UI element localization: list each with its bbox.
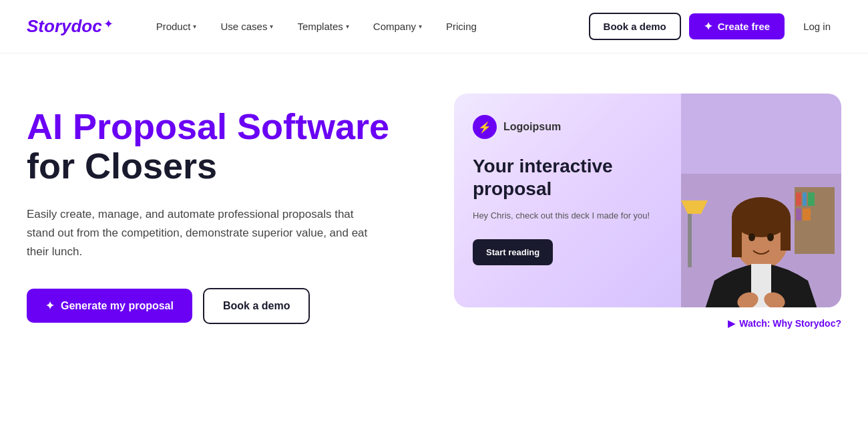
watch-label: Watch: Why Storydoc? <box>739 318 841 329</box>
create-free-button[interactable]: ✦ Create free <box>689 13 785 39</box>
chevron-down-icon: ▾ <box>346 23 349 30</box>
generate-proposal-button[interactable]: ✦ Generate my proposal <box>27 289 192 323</box>
card-logo-icon: ⚡ <box>473 115 497 139</box>
nav-item-company[interactable]: Company ▾ <box>363 15 433 37</box>
nav-item-templates[interactable]: Templates ▾ <box>286 15 359 37</box>
login-button[interactable]: Log in <box>793 14 841 39</box>
hero-subtext: Easily create, manage, and automate prof… <box>27 205 374 261</box>
hero-heading: AI Proposal Software for Closers <box>27 107 414 186</box>
watch-link[interactable]: ▶ Watch: Why Storydoc? <box>454 318 841 329</box>
chevron-down-icon: ▾ <box>193 23 196 30</box>
hero-section: AI Proposal Software for Closers Easily … <box>0 53 868 355</box>
hero-left: AI Proposal Software for Closers Easily … <box>27 94 414 324</box>
nav-item-pricing[interactable]: Pricing <box>435 15 487 37</box>
generate-label: Generate my proposal <box>61 300 174 312</box>
nav-item-usecases[interactable]: Use cases ▾ <box>210 15 284 37</box>
card-title-line1: Your interactive <box>473 156 613 176</box>
sparkle-icon: ✦ <box>45 299 54 312</box>
card-content: ⚡ Logoipsum Your interactive proposal He… <box>473 115 823 265</box>
card-title-line2: proposal <box>473 178 552 199</box>
card-title: Your interactive proposal <box>473 155 823 200</box>
nav-actions: Book a demo ✦ Create free Log in <box>589 13 841 40</box>
nav-label-usecases: Use cases <box>220 21 267 32</box>
heading-line2: for Closers <box>27 146 217 186</box>
chevron-down-icon: ▾ <box>419 23 422 30</box>
heading-line1: AI Proposal Software <box>27 106 389 146</box>
sparkle-icon: ✦ <box>704 20 712 33</box>
nav-label-product: Product <box>156 21 191 32</box>
nav-label-pricing: Pricing <box>446 21 477 32</box>
hero-right: ⚡ Logoipsum Your interactive proposal He… <box>454 94 841 329</box>
brand-logo[interactable]: Storydoc ✦ <box>27 16 114 37</box>
play-icon: ▶ <box>728 318 735 329</box>
brand-name: Storydoc <box>27 16 102 37</box>
hero-buttons: ✦ Generate my proposal Book a demo <box>27 288 414 324</box>
book-demo-hero-button[interactable]: Book a demo <box>203 288 310 324</box>
book-demo-button[interactable]: Book a demo <box>589 13 681 40</box>
brand-star: ✦ <box>103 17 114 31</box>
navbar: Storydoc ✦ Product ▾ Use cases ▾ Templat… <box>0 0 868 53</box>
card-logo: ⚡ Logoipsum <box>473 115 823 139</box>
card-subtitle: Hey Chris, check out this deck I made fo… <box>473 210 823 221</box>
nav-links: Product ▾ Use cases ▾ Templates ▾ Compan… <box>146 15 589 37</box>
create-free-label: Create free <box>718 21 770 32</box>
nav-label-templates: Templates <box>297 21 343 32</box>
nav-item-product[interactable]: Product ▾ <box>146 15 208 37</box>
nav-label-company: Company <box>373 21 416 32</box>
start-reading-button[interactable]: Start reading <box>473 239 553 265</box>
chevron-down-icon: ▾ <box>270 23 273 30</box>
card-logo-text: Logoipsum <box>503 121 561 133</box>
proposal-card: ⚡ Logoipsum Your interactive proposal He… <box>454 94 841 307</box>
